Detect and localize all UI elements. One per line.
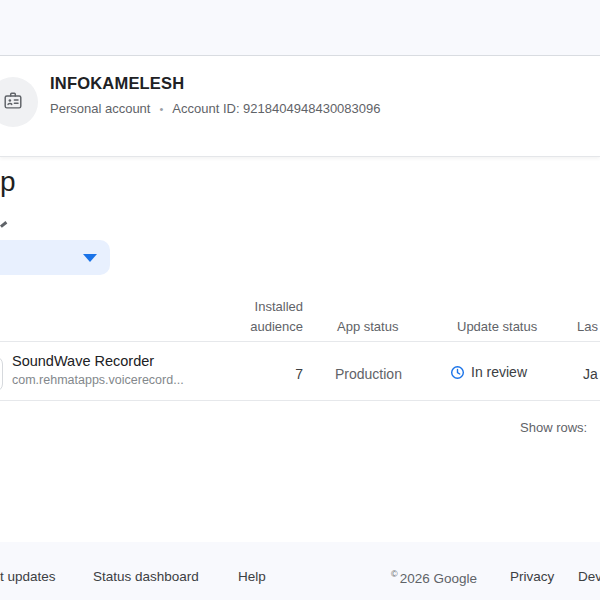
copyright-text: 2026 Google: [400, 571, 477, 586]
column-header-update-status: Update status: [457, 317, 537, 337]
account-id: Account ID: 9218404948430083096: [172, 101, 380, 116]
cell-app-status: Production: [335, 366, 402, 382]
id-badge-icon: [2, 90, 24, 112]
cell-update-status: In review: [450, 364, 527, 380]
footer-link-status-dashboard[interactable]: Status dashboard: [93, 569, 199, 584]
column-header-installed-audience: Installed audience: [220, 297, 303, 337]
page-title-fragment: p: [0, 166, 16, 198]
footer-link-developer[interactable]: Dev: [578, 569, 600, 584]
header-line1: Installed: [220, 297, 303, 317]
top-app-bar: [0, 0, 600, 56]
app-package-name: com.rehmatapps.voicerecord...: [12, 373, 184, 387]
footer-copyright: ©2026 Google: [391, 569, 477, 586]
footer-link-latest-updates[interactable]: t updates: [0, 569, 56, 584]
column-header-app-status: App status: [337, 317, 398, 337]
cell-last-update: Ja: [583, 366, 598, 382]
app-icon: [0, 356, 3, 392]
play-console-page: INFOKAMELESH Personal account • Account …: [0, 0, 600, 600]
table-row-soundwave-recorder[interactable]: SoundWave Recorder com.rehmatapps.voicer…: [0, 342, 600, 400]
clock-icon: [450, 365, 465, 380]
page-footer: t updates Status dashboard Help ©2026 Go…: [0, 542, 600, 600]
app-name: SoundWave Recorder: [12, 353, 154, 369]
chevron-down-icon: [83, 254, 97, 262]
account-avatar: [0, 77, 38, 127]
column-header-last-update: Las: [577, 317, 598, 337]
clipped-label-fragment: [0, 221, 7, 227]
footer-link-privacy[interactable]: Privacy: [510, 569, 554, 584]
copyright-symbol: ©: [391, 569, 398, 579]
separator-dot: •: [159, 103, 163, 115]
filter-dropdown[interactable]: [0, 240, 110, 275]
table-row-divider: [0, 400, 600, 401]
footer-link-help[interactable]: Help: [238, 569, 266, 584]
show-rows-label: Show rows:: [520, 420, 587, 435]
account-name: INFOKAMELESH: [50, 74, 184, 93]
account-type: Personal account: [50, 101, 150, 116]
cell-installed-audience: 7: [220, 366, 303, 382]
account-subtitle: Personal account • Account ID: 921840494…: [50, 101, 381, 116]
account-header: INFOKAMELESH Personal account • Account …: [0, 57, 600, 157]
update-status-text: In review: [471, 364, 527, 380]
header-line2: audience: [220, 317, 303, 337]
